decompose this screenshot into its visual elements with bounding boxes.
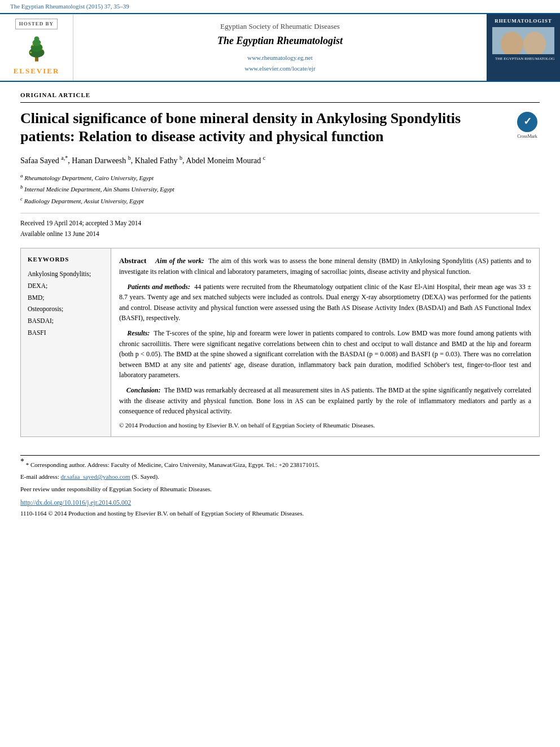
corresponding-author-note: * * Corresponding author. Address: Facul… [20, 456, 540, 470]
keywords-list: Ankylosing Spondylitis; DEXA; BMD; Osteo… [28, 268, 104, 338]
svg-point-11 [501, 32, 523, 56]
abstract-section: KEYWORDS Ankylosing Spondylitis; DEXA; B… [20, 248, 540, 437]
abstract-conclusion-label: Conclusion: [126, 386, 161, 394]
abstract-aim-paragraph: Abstract Aim of the work: The aim of thi… [119, 255, 531, 277]
author-1-sup: a,* [61, 155, 68, 161]
abstract-title-label: Abstract [119, 256, 146, 265]
dates-block: Received 19 April 2014; accepted 3 May 2… [20, 213, 540, 240]
article-type: ORIGINAL ARTICLE [20, 91, 540, 102]
available-date: Available online 13 June 2014 [20, 229, 540, 240]
copyright-line: © 2014 Production and hosting by Elsevie… [119, 421, 531, 430]
keyword-3: BMD; [28, 292, 104, 304]
keyword-1: Ankylosing Spondylitis; [28, 268, 104, 280]
header-right: RHEUMATOLOGIST THE EGYPTIAN RHEUMATOLOGI… [487, 14, 560, 81]
abstract-results-label: Results: [127, 329, 150, 337]
header-center: Egyptian Society of Rheumatic Diseases T… [73, 14, 487, 81]
rheum-badge-title: RHEUMATOLOGIST [495, 18, 552, 25]
affil-2-sup: b [20, 184, 23, 190]
keyword-5: BASDAI; [28, 315, 104, 327]
journal-header: HOSTED BY ✦ ✦ ✦ ✦ ELSEVIER [0, 13, 560, 82]
abstract-results-paragraph: Results: The T-scores of the spine, hip … [119, 328, 531, 381]
keyword-6: BASFI [28, 327, 104, 339]
journal-ref-text: The Egyptian Rheumatologist (2015) 37, 3… [10, 3, 129, 10]
email-link[interactable]: dr.safaa_sayed@yahoo.com [60, 473, 130, 480]
crossmark-circle: ✓ [517, 112, 537, 132]
affiliation-2: b Internal Medicine Department, Ain Sham… [20, 183, 540, 194]
keywords-panel: KEYWORDS Ankylosing Spondylitis; DEXA; B… [21, 248, 111, 436]
crossmark-icon[interactable]: ✓ CrossMark [515, 112, 540, 139]
issn-line: 1110-1164 © 2014 Production and hosting … [20, 509, 540, 518]
journal-ref-bar: The Egyptian Rheumatologist (2015) 37, 3… [0, 0, 560, 13]
affiliation-3: c Radiology Department, Assiut Universit… [20, 195, 540, 206]
email-note: E-mail address: dr.safaa_sayed@yahoo.com… [20, 472, 540, 482]
cover-image-icon: THE EGYPTIAN RHEUMATOLOGIST [492, 27, 554, 61]
abstract-patients-label: Patients and methods: [128, 283, 190, 291]
elsevier-logo-area: HOSTED BY ✦ ✦ ✦ ✦ ELSEVIER [0, 14, 73, 81]
abstract-patients-paragraph: Patients and methods: 44 patients were r… [119, 282, 531, 324]
affil-3-sup: c [20, 196, 23, 202]
rheum-badge-image: THE EGYPTIAN RHEUMATOLOGIST [492, 27, 554, 61]
abstract-results-text: The T-scores of the spine, hip and forea… [119, 329, 531, 379]
svg-point-5 [34, 36, 39, 41]
svg-text:THE EGYPTIAN RHEUMATOLOGIST: THE EGYPTIAN RHEUMATOLOGIST [495, 56, 554, 61]
author-3-name: Khaled Fathy [135, 156, 178, 164]
received-date: Received 19 April 2014; accepted 3 May 2… [20, 218, 540, 229]
author-4-sup: c [263, 155, 265, 161]
email-suffix: (S. Sayed). [132, 473, 159, 480]
author-3-sup: b [180, 155, 182, 161]
author-2-sup: b [128, 155, 131, 161]
affiliations: a Rheumatology Department, Cairo Univers… [20, 172, 540, 206]
article-title: Clinical significance of bone mineral de… [20, 110, 509, 146]
journal-urls: www.rheumatology.eg.net www.elsevier.com… [244, 53, 315, 73]
doi-link[interactable]: http://dx.doi.org/10.1016/j.ejr.2014.05.… [20, 498, 540, 507]
svg-text:✦: ✦ [29, 51, 32, 54]
keyword-4: Osteoporosis; [28, 303, 104, 315]
footnote-star: * [20, 457, 24, 466]
abstract-aim-label: Aim of the work: [155, 257, 204, 265]
author-4-name: Abdel Moneim Mourad [186, 156, 261, 164]
svg-point-12 [523, 32, 546, 56]
author-2-name: Hanan Darweesh [72, 156, 126, 164]
rheum-badge: RHEUMATOLOGIST THE EGYPTIAN RHEUMATOLOGI… [487, 14, 560, 81]
svg-text:✦: ✦ [32, 44, 34, 47]
email-label: E-mail address: [20, 473, 60, 480]
affiliation-1: a Rheumatology Department, Cairo Univers… [20, 172, 540, 183]
crossmark-label: CrossMark [517, 133, 537, 139]
abstract-conclusion-text: The BMD was remarkably decreased at all … [119, 386, 531, 415]
peer-review-note: Peer review under responsibility of Egyp… [20, 484, 540, 495]
svg-text:✦: ✦ [41, 47, 43, 51]
society-name: Egyptian Society of Rheumatic Diseases [220, 21, 340, 32]
elsevier-wordmark: ELSEVIER [14, 66, 60, 76]
footer-section: * * Corresponding author. Address: Facul… [0, 456, 560, 526]
journal-url1[interactable]: www.rheumatology.eg.net [244, 53, 315, 63]
keyword-2: DEXA; [28, 280, 104, 292]
author-1-name: Safaa Sayed [20, 156, 59, 164]
footnote-star-text: * Corresponding author. Address: Faculty… [26, 461, 320, 468]
journal-title-header: The Egyptian Rheumatologist [217, 34, 343, 48]
affil-1-text: Rheumatology Department, Cairo Universit… [24, 174, 154, 181]
affil-3-text: Radiology Department, Assiut University,… [24, 197, 144, 204]
hosted-by-label: HOSTED BY [15, 19, 58, 29]
affil-2-text: Internal Medicine Department, Ain Shams … [24, 186, 174, 193]
main-content: ORIGINAL ARTICLE Clinical significance o… [0, 82, 560, 455]
abstract-panel: Abstract Aim of the work: The aim of thi… [111, 248, 539, 436]
elsevier-tree-icon: ✦ ✦ ✦ ✦ [20, 33, 54, 64]
keywords-title: KEYWORDS [28, 255, 104, 264]
authors-line: Safaa Sayed a,*, Hanan Darweesh b, Khale… [20, 154, 540, 166]
article-title-block: Clinical significance of bone mineral de… [20, 110, 540, 146]
journal-url2[interactable]: www.elsevier.com/locate/ejr [244, 63, 315, 74]
affil-1-sup: a [20, 173, 23, 178]
elsevier-logo: ✦ ✦ ✦ ✦ ELSEVIER [14, 33, 60, 76]
abstract-conclusion-paragraph: Conclusion: The BMD was remarkably decre… [119, 385, 531, 417]
